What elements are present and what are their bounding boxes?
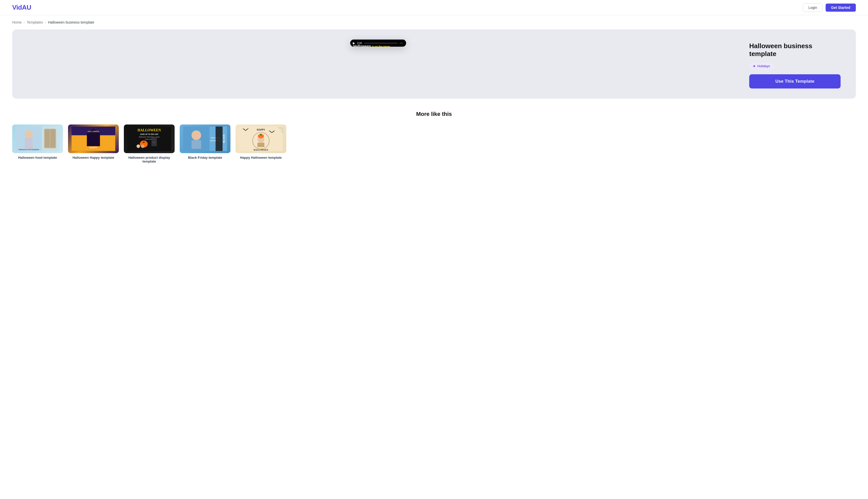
svg-rect-65 xyxy=(257,143,264,147)
thumb-inner-1: Halloween food template xyxy=(12,124,63,153)
info-area: Halloween business template ★ Holidays U… xyxy=(749,39,841,88)
thumb-inner-5: HAPPY HALLOWEEN xyxy=(236,124,286,153)
svg-text:HALLOWEEN: HALLOWEEN xyxy=(88,131,99,132)
holidays-tag: ★ Holidays xyxy=(749,63,774,69)
more-grid: Halloween food template Halloween food t… xyxy=(12,124,856,168)
more-card-label-3: Halloween product display template xyxy=(124,156,175,163)
more-card-label-2: Halloween Happy template xyxy=(68,156,119,159)
svg-text:RIP: RIP xyxy=(153,142,156,143)
thumb-inner-3: HALLOWEEN SAVE UP TO 50% OFF Halloween d… xyxy=(124,124,175,153)
more-card-3[interactable]: HALLOWEEN SAVE UP TO 50% OFF Halloween d… xyxy=(124,124,175,163)
more-card-thumb-1: Halloween food template xyxy=(12,124,63,153)
header: VidAU Login Get Started xyxy=(0,0,868,15)
svg-rect-38 xyxy=(87,133,100,146)
login-button[interactable]: Login xyxy=(803,3,822,12)
breadcrumb-current: Halloween business template xyxy=(48,20,94,24)
video-area: Halloween is on the verge xyxy=(27,39,729,47)
header-actions: Login Get Started xyxy=(803,3,856,12)
more-card-5[interactable]: HAPPY HALLOWEEN Happy Halloween template xyxy=(236,124,286,163)
more-card-1[interactable]: Halloween food template Halloween food t… xyxy=(12,124,63,163)
more-card-thumb-4: You asked, we listened. BLACK xyxy=(180,124,230,153)
breadcrumb-home[interactable]: Home xyxy=(12,20,22,24)
video-title-overlay: Halloween is on the verge xyxy=(353,44,390,47)
more-title: More like this xyxy=(12,111,856,118)
template-title: Halloween business template xyxy=(749,42,841,58)
video-container: Halloween is on the verge xyxy=(350,39,406,47)
svg-rect-60 xyxy=(215,126,223,151)
star-icon: ★ xyxy=(753,64,756,68)
logo: VidAU xyxy=(12,3,31,11)
breadcrumb: Home › Templates › Halloween business te… xyxy=(0,15,868,29)
main-card: Halloween is on the verge xyxy=(12,29,856,99)
more-card-4[interactable]: You asked, we listened. BLACK Black Frid… xyxy=(180,124,230,163)
breadcrumb-templates[interactable]: Templates xyxy=(27,20,43,24)
more-card-label-1: Halloween food template xyxy=(12,156,63,159)
more-card-label-4: Black Friday template xyxy=(180,156,230,159)
tag-label: Holidays xyxy=(757,64,770,68)
svg-rect-67 xyxy=(260,134,261,136)
svg-text:Halloween food template: Halloween food template xyxy=(19,149,39,150)
svg-text:SAVE UP TO 50% OFF: SAVE UP TO 50% OFF xyxy=(140,133,158,135)
thumb-inner-2: HAPPY HALLOWEEN xyxy=(68,124,119,153)
svg-rect-34 xyxy=(25,138,33,149)
more-card-label-5: Happy Halloween template xyxy=(236,156,286,159)
thumb-inner-4: You asked, we listened. BLACK xyxy=(180,124,230,153)
svg-point-33 xyxy=(25,130,33,138)
svg-text:HAPPY: HAPPY xyxy=(257,129,265,131)
halloween-text: Halloween xyxy=(353,44,371,47)
svg-text:HALLOWEEN: HALLOWEEN xyxy=(253,149,268,151)
svg-text:HAPPY: HAPPY xyxy=(90,147,97,149)
svg-rect-57 xyxy=(192,140,201,149)
chevron-icon: › xyxy=(45,21,46,24)
svg-text:BLACK: BLACK xyxy=(222,134,225,143)
more-card-thumb-2: HAPPY HALLOWEEN xyxy=(68,124,119,153)
tag-container: ★ Holidays xyxy=(749,63,841,69)
svg-text:Halloween decorations store: Halloween decorations store xyxy=(139,136,160,138)
svg-point-56 xyxy=(192,131,201,140)
svg-point-52 xyxy=(136,145,140,148)
get-started-button[interactable]: Get Started xyxy=(825,3,856,12)
svg-rect-31 xyxy=(45,129,50,148)
use-template-button[interactable]: Use This Template xyxy=(749,74,841,88)
svg-rect-32 xyxy=(50,129,56,148)
svg-text:HALLOWEEN: HALLOWEEN xyxy=(138,128,161,132)
video-progress-bar[interactable] xyxy=(364,43,397,44)
svg-point-48 xyxy=(152,137,157,141)
more-card-thumb-3: HALLOWEEN SAVE UP TO 50% OFF Halloween d… xyxy=(124,124,175,153)
more-section: More like this Hall xyxy=(0,111,868,168)
halloween-sub-text: is on the verge xyxy=(372,45,390,47)
video-more-icon[interactable]: ⋯ xyxy=(400,41,404,45)
chevron-icon: › xyxy=(24,21,25,24)
more-card-thumb-5: HAPPY HALLOWEEN xyxy=(236,124,286,153)
more-card-2[interactable]: HAPPY HALLOWEEN Halloween Happy template xyxy=(68,124,119,163)
svg-point-53 xyxy=(141,145,144,148)
